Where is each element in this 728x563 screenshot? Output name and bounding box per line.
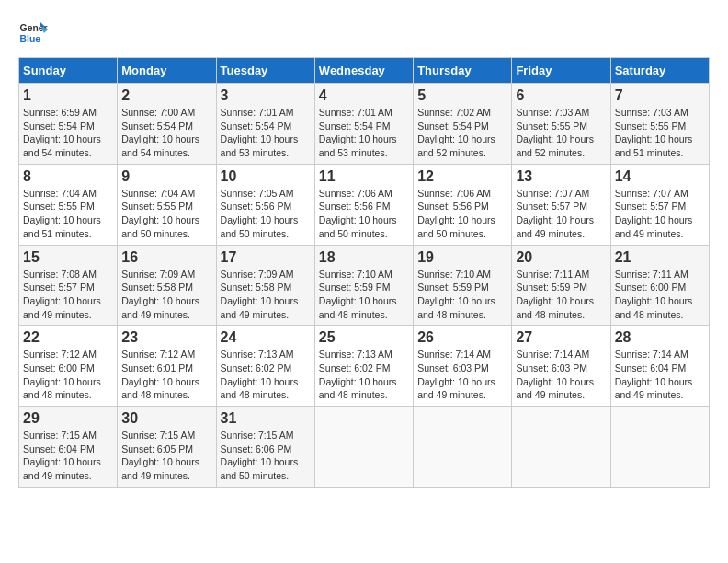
- day-info: Sunrise: 7:12 AM Sunset: 6:01 PM Dayligh…: [121, 348, 211, 402]
- day-number: 24: [221, 329, 311, 346]
- day-number: 20: [516, 249, 606, 266]
- day-info: Sunrise: 7:13 AM Sunset: 6:02 PM Dayligh…: [221, 348, 311, 402]
- day-info: Sunrise: 7:07 AM Sunset: 5:57 PM Dayligh…: [516, 187, 606, 241]
- day-number: 2: [121, 87, 211, 104]
- day-info: Sunrise: 7:15 AM Sunset: 6:04 PM Dayligh…: [23, 429, 113, 483]
- day-number: 25: [319, 329, 409, 346]
- calendar-cell: 28 Sunrise: 7:14 AM Sunset: 6:04 PM Dayl…: [610, 326, 709, 407]
- calendar-cell: 26 Sunrise: 7:14 AM Sunset: 6:03 PM Dayl…: [414, 326, 512, 407]
- day-info: Sunrise: 7:00 AM Sunset: 5:54 PM Dayligh…: [121, 106, 211, 160]
- day-info: Sunrise: 7:04 AM Sunset: 5:55 PM Dayligh…: [23, 187, 113, 241]
- day-number: 22: [23, 329, 113, 346]
- day-info: Sunrise: 7:01 AM Sunset: 5:54 PM Dayligh…: [221, 106, 311, 160]
- day-number: 7: [615, 87, 705, 104]
- day-info: Sunrise: 7:14 AM Sunset: 6:04 PM Dayligh…: [615, 348, 705, 402]
- day-number: 17: [221, 249, 311, 266]
- calendar-cell: 15 Sunrise: 7:08 AM Sunset: 5:57 PM Dayl…: [19, 245, 118, 326]
- calendar-cell: 6 Sunrise: 7:03 AM Sunset: 5:55 PM Dayli…: [512, 84, 610, 165]
- day-number: 6: [516, 87, 606, 104]
- day-number: 31: [221, 410, 311, 427]
- calendar-cell: 22 Sunrise: 7:12 AM Sunset: 6:00 PM Dayl…: [19, 326, 118, 407]
- day-info: Sunrise: 7:09 AM Sunset: 5:58 PM Dayligh…: [121, 268, 211, 322]
- day-number: 23: [121, 329, 211, 346]
- calendar-cell: [414, 407, 512, 488]
- day-number: 9: [121, 168, 211, 185]
- day-number: 15: [23, 249, 113, 266]
- day-info: Sunrise: 7:06 AM Sunset: 5:56 PM Dayligh…: [319, 187, 409, 241]
- day-number: 26: [417, 329, 507, 346]
- day-number: 1: [23, 87, 113, 104]
- day-number: 5: [417, 87, 507, 104]
- day-info: Sunrise: 7:10 AM Sunset: 5:59 PM Dayligh…: [319, 268, 409, 322]
- day-number: 18: [319, 249, 409, 266]
- calendar-cell: 9 Sunrise: 7:04 AM Sunset: 5:55 PM Dayli…: [118, 164, 216, 245]
- calendar-cell: 30 Sunrise: 7:15 AM Sunset: 6:05 PM Dayl…: [118, 407, 216, 488]
- day-info: Sunrise: 7:15 AM Sunset: 6:06 PM Dayligh…: [221, 429, 311, 483]
- weekday-header-monday: Monday: [118, 58, 216, 84]
- day-info: Sunrise: 7:14 AM Sunset: 6:03 PM Dayligh…: [516, 348, 606, 402]
- day-number: 8: [23, 168, 113, 185]
- day-number: 29: [23, 410, 113, 427]
- calendar-cell: 2 Sunrise: 7:00 AM Sunset: 5:54 PM Dayli…: [118, 84, 216, 165]
- calendar-cell: 27 Sunrise: 7:14 AM Sunset: 6:03 PM Dayl…: [512, 326, 610, 407]
- calendar-cell: [610, 407, 709, 488]
- day-info: Sunrise: 7:15 AM Sunset: 6:05 PM Dayligh…: [121, 429, 211, 483]
- calendar-cell: [314, 407, 413, 488]
- weekday-header-wednesday: Wednesday: [314, 58, 413, 84]
- day-info: Sunrise: 7:01 AM Sunset: 5:54 PM Dayligh…: [319, 106, 409, 160]
- day-number: 30: [121, 410, 211, 427]
- header: General Blue: [18, 18, 710, 48]
- day-info: Sunrise: 7:07 AM Sunset: 5:57 PM Dayligh…: [615, 187, 705, 241]
- day-info: Sunrise: 7:11 AM Sunset: 5:59 PM Dayligh…: [516, 268, 606, 322]
- calendar-cell: 8 Sunrise: 7:04 AM Sunset: 5:55 PM Dayli…: [19, 164, 118, 245]
- calendar-cell: 31 Sunrise: 7:15 AM Sunset: 6:06 PM Dayl…: [216, 407, 314, 488]
- day-number: 4: [319, 87, 409, 104]
- calendar-table: SundayMondayTuesdayWednesdayThursdayFrid…: [18, 57, 710, 488]
- calendar-cell: 13 Sunrise: 7:07 AM Sunset: 5:57 PM Dayl…: [512, 164, 610, 245]
- day-number: 16: [121, 249, 211, 266]
- calendar-cell: 14 Sunrise: 7:07 AM Sunset: 5:57 PM Dayl…: [610, 164, 709, 245]
- day-number: 10: [221, 168, 311, 185]
- calendar-cell: 21 Sunrise: 7:11 AM Sunset: 6:00 PM Dayl…: [610, 245, 709, 326]
- day-info: Sunrise: 7:04 AM Sunset: 5:55 PM Dayligh…: [121, 187, 211, 241]
- day-info: Sunrise: 7:11 AM Sunset: 6:00 PM Dayligh…: [615, 268, 705, 322]
- calendar-cell: 25 Sunrise: 7:13 AM Sunset: 6:02 PM Dayl…: [314, 326, 413, 407]
- day-info: Sunrise: 7:09 AM Sunset: 5:58 PM Dayligh…: [221, 268, 311, 322]
- day-number: 13: [516, 168, 606, 185]
- day-info: Sunrise: 7:06 AM Sunset: 5:56 PM Dayligh…: [417, 187, 507, 241]
- day-info: Sunrise: 7:03 AM Sunset: 5:55 PM Dayligh…: [516, 106, 606, 160]
- day-info: Sunrise: 7:08 AM Sunset: 5:57 PM Dayligh…: [23, 268, 113, 322]
- logo: General Blue: [18, 18, 51, 48]
- weekday-header-saturday: Saturday: [610, 58, 709, 84]
- weekday-header-sunday: Sunday: [19, 58, 118, 84]
- calendar-cell: 16 Sunrise: 7:09 AM Sunset: 5:58 PM Dayl…: [118, 245, 216, 326]
- calendar-cell: 3 Sunrise: 7:01 AM Sunset: 5:54 PM Dayli…: [216, 84, 314, 165]
- day-info: Sunrise: 7:02 AM Sunset: 5:54 PM Dayligh…: [417, 106, 507, 160]
- calendar-cell: 12 Sunrise: 7:06 AM Sunset: 5:56 PM Dayl…: [414, 164, 512, 245]
- calendar-cell: 20 Sunrise: 7:11 AM Sunset: 5:59 PM Dayl…: [512, 245, 610, 326]
- svg-text:Blue: Blue: [20, 34, 41, 44]
- day-number: 19: [417, 249, 507, 266]
- day-number: 14: [615, 168, 705, 185]
- calendar-cell: 24 Sunrise: 7:13 AM Sunset: 6:02 PM Dayl…: [216, 326, 314, 407]
- calendar-cell: 18 Sunrise: 7:10 AM Sunset: 5:59 PM Dayl…: [314, 245, 413, 326]
- day-number: 11: [319, 168, 409, 185]
- day-info: Sunrise: 7:05 AM Sunset: 5:56 PM Dayligh…: [221, 187, 311, 241]
- day-info: Sunrise: 6:59 AM Sunset: 5:54 PM Dayligh…: [23, 106, 113, 160]
- calendar-cell: 19 Sunrise: 7:10 AM Sunset: 5:59 PM Dayl…: [414, 245, 512, 326]
- day-info: Sunrise: 7:13 AM Sunset: 6:02 PM Dayligh…: [319, 348, 409, 402]
- day-number: 12: [417, 168, 507, 185]
- calendar-cell: 1 Sunrise: 6:59 AM Sunset: 5:54 PM Dayli…: [19, 84, 118, 165]
- day-number: 27: [516, 329, 606, 346]
- calendar-cell: 29 Sunrise: 7:15 AM Sunset: 6:04 PM Dayl…: [19, 407, 118, 488]
- day-info: Sunrise: 7:03 AM Sunset: 5:55 PM Dayligh…: [615, 106, 705, 160]
- weekday-header-friday: Friday: [512, 58, 610, 84]
- day-number: 21: [615, 249, 705, 266]
- calendar-cell: 4 Sunrise: 7:01 AM Sunset: 5:54 PM Dayli…: [314, 84, 413, 165]
- calendar-cell: 7 Sunrise: 7:03 AM Sunset: 5:55 PM Dayli…: [610, 84, 709, 165]
- calendar-cell: 11 Sunrise: 7:06 AM Sunset: 5:56 PM Dayl…: [314, 164, 413, 245]
- day-number: 28: [615, 329, 705, 346]
- logo-icon: General Blue: [18, 18, 48, 48]
- calendar-cell: 10 Sunrise: 7:05 AM Sunset: 5:56 PM Dayl…: [216, 164, 314, 245]
- calendar-cell: 23 Sunrise: 7:12 AM Sunset: 6:01 PM Dayl…: [118, 326, 216, 407]
